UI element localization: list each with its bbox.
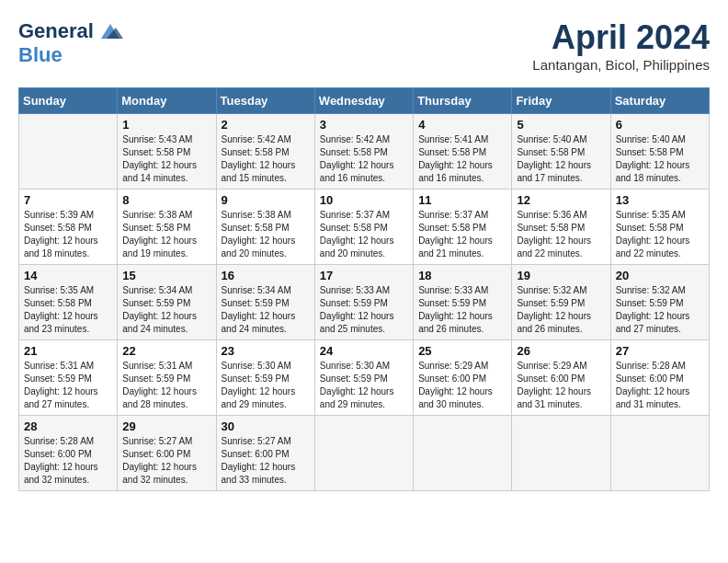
day-cell: 16Sunrise: 5:34 AM Sunset: 5:59 PM Dayli… bbox=[216, 265, 314, 340]
header-cell-saturday: Saturday bbox=[610, 88, 709, 114]
logo: General Blue bbox=[18, 18, 123, 66]
day-number: 30 bbox=[222, 419, 310, 433]
day-cell: 5Sunrise: 5:40 AM Sunset: 5:58 PM Daylig… bbox=[512, 114, 610, 190]
day-cell: 17Sunrise: 5:33 AM Sunset: 5:59 PM Dayli… bbox=[314, 265, 413, 340]
week-row-1: 1Sunrise: 5:43 AM Sunset: 5:58 PM Daylig… bbox=[19, 114, 710, 190]
day-cell: 7Sunrise: 5:39 AM Sunset: 5:58 PM Daylig… bbox=[19, 190, 118, 265]
calendar-table: SundayMondayTuesdayWednesdayThursdayFrid… bbox=[18, 87, 710, 491]
day-cell: 28Sunrise: 5:28 AM Sunset: 6:00 PM Dayli… bbox=[19, 416, 118, 491]
day-cell: 4Sunrise: 5:41 AM Sunset: 5:58 PM Daylig… bbox=[414, 114, 512, 190]
day-cell: 6Sunrise: 5:40 AM Sunset: 5:58 PM Daylig… bbox=[610, 114, 709, 190]
day-number: 25 bbox=[418, 344, 506, 358]
day-info: Sunrise: 5:35 AM Sunset: 5:58 PM Dayligh… bbox=[616, 209, 704, 260]
day-info: Sunrise: 5:36 AM Sunset: 5:58 PM Dayligh… bbox=[517, 209, 605, 260]
day-cell: 22Sunrise: 5:31 AM Sunset: 5:59 PM Dayli… bbox=[118, 340, 216, 416]
page-header: General Blue April 2024 Lantangan, Bicol… bbox=[18, 18, 710, 73]
day-info: Sunrise: 5:41 AM Sunset: 5:58 PM Dayligh… bbox=[418, 133, 506, 185]
day-cell: 12Sunrise: 5:36 AM Sunset: 5:58 PM Dayli… bbox=[512, 190, 610, 265]
day-info: Sunrise: 5:42 AM Sunset: 5:58 PM Dayligh… bbox=[222, 133, 310, 185]
day-number: 16 bbox=[222, 269, 310, 282]
week-row-4: 21Sunrise: 5:31 AM Sunset: 5:59 PM Dayli… bbox=[19, 340, 710, 416]
header-cell-monday: Monday bbox=[118, 88, 216, 114]
day-cell bbox=[512, 416, 610, 491]
day-info: Sunrise: 5:29 AM Sunset: 6:00 PM Dayligh… bbox=[418, 360, 506, 411]
day-cell: 20Sunrise: 5:32 AM Sunset: 5:59 PM Dayli… bbox=[610, 265, 709, 340]
location: Lantangan, Bicol, Philippines bbox=[532, 57, 710, 73]
day-info: Sunrise: 5:43 AM Sunset: 5:58 PM Dayligh… bbox=[122, 133, 210, 185]
day-number: 2 bbox=[222, 118, 310, 132]
week-row-5: 28Sunrise: 5:28 AM Sunset: 6:00 PM Dayli… bbox=[19, 416, 710, 491]
day-number: 26 bbox=[517, 344, 605, 358]
day-cell: 21Sunrise: 5:31 AM Sunset: 5:59 PM Dayli… bbox=[19, 340, 118, 416]
day-info: Sunrise: 5:33 AM Sunset: 5:59 PM Dayligh… bbox=[418, 284, 506, 336]
week-row-2: 7Sunrise: 5:39 AM Sunset: 5:58 PM Daylig… bbox=[19, 190, 710, 265]
day-cell: 27Sunrise: 5:28 AM Sunset: 6:00 PM Dayli… bbox=[610, 340, 709, 416]
day-info: Sunrise: 5:31 AM Sunset: 5:59 PM Dayligh… bbox=[122, 360, 210, 411]
header-cell-sunday: Sunday bbox=[19, 88, 118, 114]
week-row-3: 14Sunrise: 5:35 AM Sunset: 5:58 PM Dayli… bbox=[19, 265, 710, 340]
day-cell: 25Sunrise: 5:29 AM Sunset: 6:00 PM Dayli… bbox=[414, 340, 512, 416]
day-info: Sunrise: 5:30 AM Sunset: 5:59 PM Dayligh… bbox=[222, 360, 310, 411]
day-cell: 19Sunrise: 5:32 AM Sunset: 5:59 PM Dayli… bbox=[512, 265, 610, 340]
day-number: 8 bbox=[122, 193, 210, 207]
day-number: 3 bbox=[320, 118, 408, 132]
day-cell: 8Sunrise: 5:38 AM Sunset: 5:58 PM Daylig… bbox=[118, 190, 216, 265]
day-cell: 30Sunrise: 5:27 AM Sunset: 6:00 PM Dayli… bbox=[216, 416, 314, 491]
day-info: Sunrise: 5:32 AM Sunset: 5:59 PM Dayligh… bbox=[517, 284, 605, 336]
day-info: Sunrise: 5:28 AM Sunset: 6:00 PM Dayligh… bbox=[24, 435, 112, 487]
day-number: 4 bbox=[418, 118, 506, 132]
header-cell-thursday: Thursday bbox=[414, 88, 512, 114]
day-cell: 11Sunrise: 5:37 AM Sunset: 5:58 PM Dayli… bbox=[414, 190, 512, 265]
day-number: 29 bbox=[122, 419, 210, 433]
day-info: Sunrise: 5:39 AM Sunset: 5:58 PM Dayligh… bbox=[24, 209, 112, 260]
day-cell: 15Sunrise: 5:34 AM Sunset: 5:59 PM Dayli… bbox=[118, 265, 216, 340]
day-number: 5 bbox=[517, 118, 605, 132]
day-number: 19 bbox=[517, 269, 605, 282]
day-cell: 1Sunrise: 5:43 AM Sunset: 5:58 PM Daylig… bbox=[118, 114, 216, 190]
day-cell: 3Sunrise: 5:42 AM Sunset: 5:58 PM Daylig… bbox=[314, 114, 413, 190]
day-info: Sunrise: 5:35 AM Sunset: 5:58 PM Dayligh… bbox=[24, 284, 112, 336]
day-cell: 29Sunrise: 5:27 AM Sunset: 6:00 PM Dayli… bbox=[118, 416, 216, 491]
day-cell: 13Sunrise: 5:35 AM Sunset: 5:58 PM Dayli… bbox=[610, 190, 709, 265]
header-cell-tuesday: Tuesday bbox=[216, 88, 314, 114]
day-info: Sunrise: 5:38 AM Sunset: 5:58 PM Dayligh… bbox=[122, 209, 210, 260]
logo-blue: Blue bbox=[18, 44, 123, 66]
day-cell bbox=[610, 416, 709, 491]
day-number: 21 bbox=[24, 344, 112, 358]
day-cell: 10Sunrise: 5:37 AM Sunset: 5:58 PM Dayli… bbox=[314, 190, 413, 265]
day-cell: 23Sunrise: 5:30 AM Sunset: 5:59 PM Dayli… bbox=[216, 340, 314, 416]
day-number: 20 bbox=[616, 269, 704, 282]
logo-icon bbox=[97, 18, 123, 44]
header-row: SundayMondayTuesdayWednesdayThursdayFrid… bbox=[19, 88, 710, 114]
day-cell bbox=[414, 416, 512, 491]
day-number: 22 bbox=[122, 344, 210, 358]
day-number: 27 bbox=[616, 344, 704, 358]
logo-text: General bbox=[18, 20, 94, 42]
day-number: 12 bbox=[517, 193, 605, 207]
day-info: Sunrise: 5:37 AM Sunset: 5:58 PM Dayligh… bbox=[418, 209, 506, 260]
day-cell: 18Sunrise: 5:33 AM Sunset: 5:59 PM Dayli… bbox=[414, 265, 512, 340]
day-info: Sunrise: 5:40 AM Sunset: 5:58 PM Dayligh… bbox=[616, 133, 704, 185]
header-cell-friday: Friday bbox=[512, 88, 610, 114]
day-cell: 14Sunrise: 5:35 AM Sunset: 5:58 PM Dayli… bbox=[19, 265, 118, 340]
day-number: 15 bbox=[122, 269, 210, 282]
day-info: Sunrise: 5:32 AM Sunset: 5:59 PM Dayligh… bbox=[616, 284, 704, 336]
day-info: Sunrise: 5:27 AM Sunset: 6:00 PM Dayligh… bbox=[122, 435, 210, 487]
day-number: 11 bbox=[418, 193, 506, 207]
day-number: 28 bbox=[24, 419, 112, 433]
day-info: Sunrise: 5:34 AM Sunset: 5:59 PM Dayligh… bbox=[122, 284, 210, 336]
day-cell bbox=[314, 416, 413, 491]
day-number: 1 bbox=[122, 118, 210, 132]
day-cell: 2Sunrise: 5:42 AM Sunset: 5:58 PM Daylig… bbox=[216, 114, 314, 190]
day-cell bbox=[19, 114, 118, 190]
day-info: Sunrise: 5:31 AM Sunset: 5:59 PM Dayligh… bbox=[24, 360, 112, 411]
day-cell: 9Sunrise: 5:38 AM Sunset: 5:58 PM Daylig… bbox=[216, 190, 314, 265]
day-number: 13 bbox=[616, 193, 704, 207]
day-info: Sunrise: 5:34 AM Sunset: 5:59 PM Dayligh… bbox=[222, 284, 310, 336]
day-info: Sunrise: 5:37 AM Sunset: 5:58 PM Dayligh… bbox=[320, 209, 408, 260]
day-info: Sunrise: 5:27 AM Sunset: 6:00 PM Dayligh… bbox=[222, 435, 310, 487]
day-cell: 24Sunrise: 5:30 AM Sunset: 5:59 PM Dayli… bbox=[314, 340, 413, 416]
day-info: Sunrise: 5:28 AM Sunset: 6:00 PM Dayligh… bbox=[616, 360, 704, 411]
title-block: April 2024 Lantangan, Bicol, Philippines bbox=[532, 18, 710, 73]
month-title: April 2024 bbox=[532, 18, 710, 57]
